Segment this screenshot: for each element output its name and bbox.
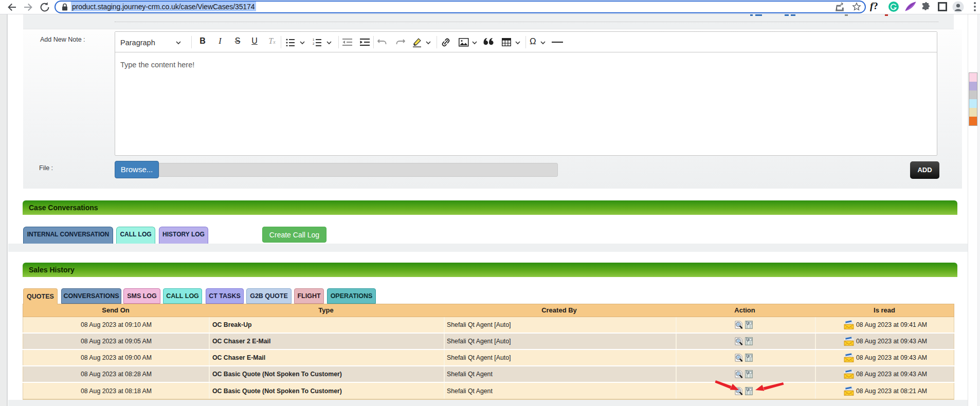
svg-text:2: 2	[313, 42, 315, 45]
svg-text:1: 1	[313, 38, 315, 41]
